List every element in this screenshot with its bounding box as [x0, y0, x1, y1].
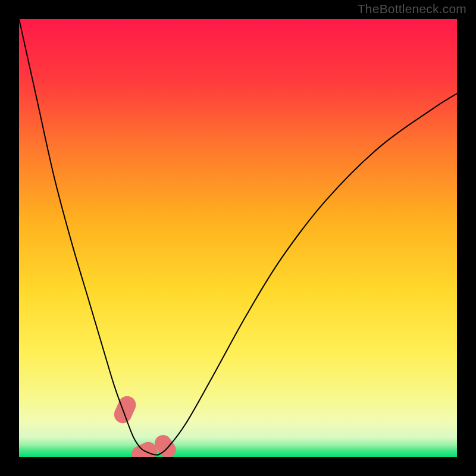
watermark-label: TheBottleneck.com	[358, 2, 466, 16]
plot-area	[19, 19, 457, 457]
plot-background	[19, 19, 457, 457]
chart-frame: TheBottleneck.com	[0, 0, 476, 476]
chart-svg	[19, 19, 457, 457]
